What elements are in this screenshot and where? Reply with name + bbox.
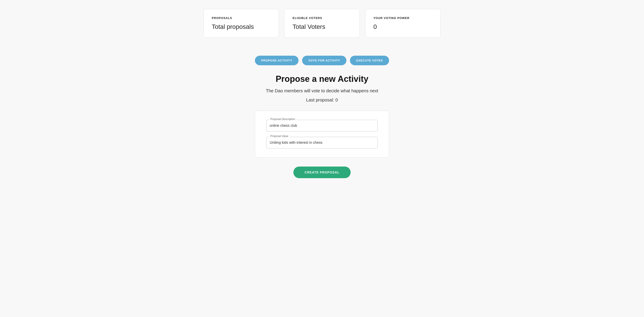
voting-power-label: YOUR VOTING POWER <box>374 16 432 20</box>
description-field: Proposal Description <box>266 120 378 132</box>
last-proposal-value: 0 <box>336 98 338 102</box>
value-label: Proposal Value <box>269 134 290 138</box>
tab-vote[interactable]: VOTE FOR ACTIVITY <box>302 56 346 65</box>
stats-row: PROPOSALS Total proposals ELIGIBLE VOTER… <box>204 9 440 38</box>
proposals-value: Total proposals <box>212 23 270 30</box>
proposals-card: PROPOSALS Total proposals <box>204 9 279 38</box>
tab-propose[interactable]: PROPOSE ACTIVITY <box>255 56 298 65</box>
description-label: Proposal Description <box>269 118 296 121</box>
proposal-form-card: Proposal Description Proposal Value <box>255 111 389 158</box>
value-field: Proposal Value <box>266 137 378 148</box>
page-subtitle: The Dao members will vote to decide what… <box>204 88 440 94</box>
tab-execute[interactable]: EXECUTE VOTES <box>350 56 389 65</box>
create-btn-row: CREATE PROPOSAL <box>204 166 440 185</box>
description-input[interactable] <box>266 120 378 132</box>
tabs-row: PROPOSE ACTIVITY VOTE FOR ACTIVITY EXECU… <box>204 56 440 65</box>
last-proposal: Last proposal: 0 <box>204 98 440 102</box>
voting-power-card: YOUR VOTING POWER 0 <box>365 9 440 38</box>
last-proposal-label: Last proposal: <box>306 98 334 102</box>
voting-power-value: 0 <box>374 23 432 30</box>
page-title: Propose a new Activity <box>204 74 440 84</box>
value-input[interactable] <box>266 137 378 148</box>
voters-value: Total Voters <box>292 23 351 30</box>
proposals-label: PROPOSALS <box>212 16 270 20</box>
create-proposal-button[interactable]: CREATE PROPOSAL <box>294 166 350 178</box>
voters-card: ELIGIBLE VOTERS Total Voters <box>284 9 360 38</box>
voters-label: ELIGIBLE VOTERS <box>292 16 351 20</box>
main-content: Propose a new Activity The Dao members w… <box>204 74 440 185</box>
